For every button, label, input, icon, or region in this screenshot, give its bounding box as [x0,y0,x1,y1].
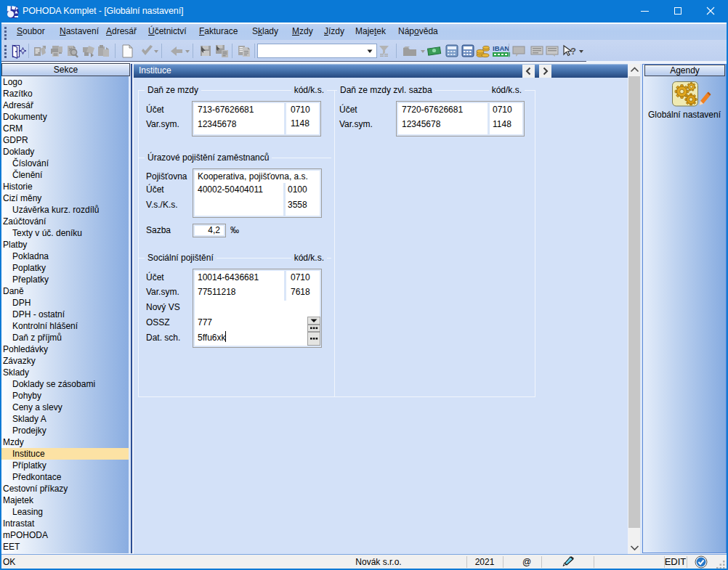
svg-text:IBAN: IBAN [493,44,509,52]
svg-text:?: ? [570,46,576,57]
